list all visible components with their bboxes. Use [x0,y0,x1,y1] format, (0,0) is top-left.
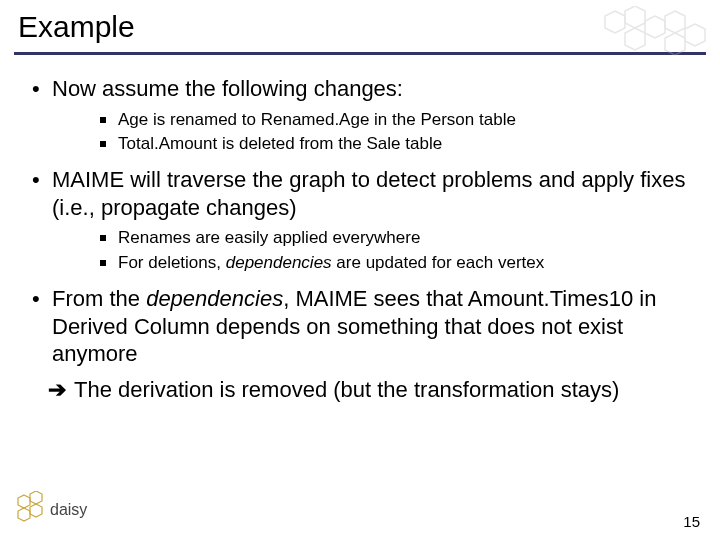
svg-marker-5 [665,33,685,55]
svg-marker-2 [625,28,645,50]
bullet-1-sub-1: Age is renamed to Renamed.Age in the Per… [96,109,696,132]
svg-marker-3 [645,16,665,38]
bullet-2-sub-2: For deletions, dependencies are updated … [96,252,696,275]
bullet-4-text: The derivation is removed (but the trans… [74,377,619,402]
bullet-4-arrow: The derivation is removed (but the trans… [30,376,696,404]
slide-content: Now assume the following changes: Age is… [0,55,720,403]
daisy-logo: daisy [14,491,104,530]
svg-marker-6 [685,24,705,46]
svg-marker-4 [665,11,685,33]
bullet-1-text: Now assume the following changes: [52,76,403,101]
bullet-1-sub-2: Total.Amount is deleted from the Sale ta… [96,133,696,156]
svg-marker-7 [18,495,30,508]
bullet-2-text: MAIME will traverse the graph to detect … [52,167,685,220]
svg-marker-10 [18,508,30,521]
bullet-2-sub-1: Renames are easily applied everywhere [96,227,696,250]
svg-marker-8 [30,491,42,504]
page-number: 15 [683,513,700,530]
bullet-1: Now assume the following changes: Age is… [30,75,696,156]
svg-marker-1 [625,6,645,28]
logo-text: daisy [50,501,87,518]
bullet-2: MAIME will traverse the graph to detect … [30,166,696,275]
svg-marker-0 [605,11,625,33]
bullet-3: From the dependencies, MAIME sees that A… [30,285,696,368]
hex-decoration-icon [595,6,710,80]
svg-marker-9 [30,504,42,517]
